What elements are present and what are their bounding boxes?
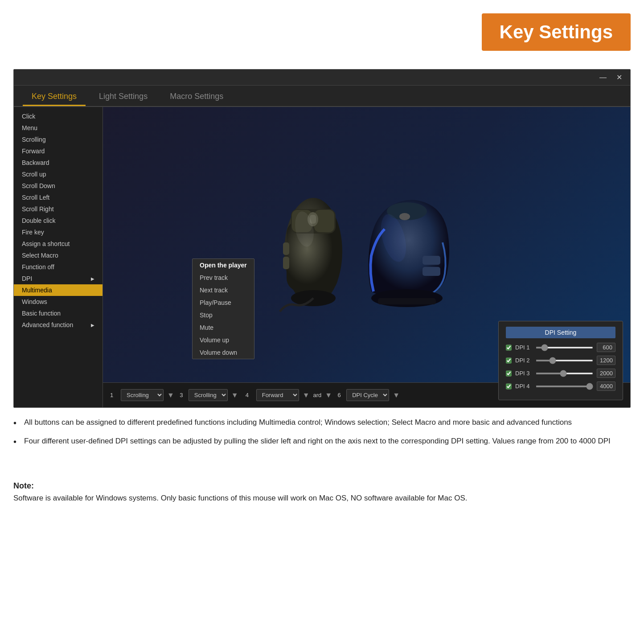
- menu-item-double-click[interactable]: Double click: [14, 215, 103, 226]
- note-title: Note:: [13, 481, 631, 491]
- mouse-right-image: [353, 185, 460, 314]
- submenu-volume-up[interactable]: Volume up: [193, 334, 254, 346]
- bullet-1: • All buttons can be assigned to differe…: [13, 417, 631, 429]
- row2-chevron-sub-icon: ▼: [325, 391, 332, 399]
- multimedia-submenu: Open the player Prev track Next track Pl…: [192, 258, 254, 359]
- row1-select2[interactable]: Scrolling Click Menu: [189, 389, 228, 401]
- svg-point-12: [399, 213, 410, 220]
- menu-item-scroll-down[interactable]: Scroll Down: [14, 180, 103, 192]
- dpi1-label: DPI 1: [515, 344, 532, 351]
- submenu-prev-track[interactable]: Prev track: [193, 271, 254, 284]
- tab-key-settings[interactable]: Key Settings: [23, 87, 86, 106]
- menu-item-menu[interactable]: Menu: [14, 122, 103, 134]
- dpi2-checkbox[interactable]: [506, 357, 512, 364]
- row1-chevron-icon: ▼: [167, 391, 174, 399]
- dpi4-value: 4000: [597, 381, 615, 391]
- menu-item-advanced-function[interactable]: Advanced function ▶: [14, 319, 103, 331]
- menu-item-fire-key[interactable]: Fire key: [14, 226, 103, 238]
- page-title: Key Settings: [500, 21, 613, 43]
- close-button[interactable]: ✕: [614, 72, 625, 82]
- menu-item-click[interactable]: Click: [14, 111, 103, 122]
- dpi2-label: DPI 2: [515, 357, 532, 364]
- main-area: Reset Apply Ok: [103, 107, 630, 407]
- svg-rect-13: [422, 256, 440, 265]
- advanced-arrow-icon: ▶: [91, 323, 94, 328]
- row2-chevron2-icon: ▼: [393, 391, 400, 399]
- mouse-left-image: [273, 185, 353, 314]
- app-window: — ✕ Key Settings Light Settings Macro Se…: [13, 69, 631, 408]
- menu-item-assign-shortcut[interactable]: Assign a shortcut: [14, 238, 103, 250]
- menu-item-select-macro[interactable]: Select Macro: [14, 250, 103, 261]
- bullet-text-2: Four different user-defined DPI settings…: [24, 435, 611, 447]
- title-bar-controls: — ✕: [597, 72, 625, 82]
- menu-item-scroll-left[interactable]: Scroll Left: [14, 192, 103, 203]
- bullet-dot-1: •: [13, 417, 24, 429]
- bullet-2: • Four different user-defined DPI settin…: [13, 435, 631, 448]
- dpi1-checkbox[interactable]: [506, 344, 512, 351]
- row2-chevron-icon: ▼: [303, 391, 310, 399]
- menu-item-scrolling[interactable]: Scrolling: [14, 134, 103, 145]
- submenu-volume-down[interactable]: Volume down: [193, 346, 254, 359]
- menu-item-forward[interactable]: Forward: [14, 145, 103, 157]
- control-row-2: 4 Forward Backward Click ▼ ard ▼ 6 DPI C…: [246, 389, 400, 401]
- dpi4-slider[interactable]: [536, 386, 593, 387]
- row2-label-ard: ard: [313, 392, 322, 398]
- dpi2-slider[interactable]: [536, 360, 593, 361]
- dpi1-slider[interactable]: [536, 347, 593, 349]
- dpi-row-2: DPI 2 1200: [506, 356, 615, 365]
- tab-macro-settings[interactable]: Macro Settings: [161, 87, 232, 106]
- dpi-arrow-icon: ▶: [91, 276, 94, 281]
- dpi3-checkbox[interactable]: [506, 370, 512, 377]
- menu-item-scroll-right[interactable]: Scroll Right: [14, 203, 103, 215]
- dpi2-value: 1200: [597, 356, 615, 365]
- bullets-section: • All buttons can be assigned to differe…: [13, 417, 631, 454]
- dpi1-value: 600: [597, 343, 615, 352]
- svg-rect-7: [283, 242, 289, 255]
- tab-bar: Key Settings Light Settings Macro Settin…: [14, 86, 630, 107]
- menu-item-function-off[interactable]: Function off: [14, 261, 103, 273]
- svg-rect-8: [283, 257, 289, 269]
- menu-item-backward[interactable]: Backward: [14, 157, 103, 168]
- tab-light-settings[interactable]: Light Settings: [90, 87, 156, 106]
- left-panel: Click Menu Scrolling Forward Backward Sc…: [14, 107, 103, 407]
- submenu-play-pause[interactable]: Play/Pause: [193, 296, 254, 309]
- dpi3-value: 2000: [597, 369, 615, 378]
- note-text: Software is available for Windows system…: [13, 492, 631, 504]
- dpi-panel: DPI Setting DPI 1 600 DPI 2 1200: [498, 321, 623, 400]
- content-area: Click Menu Scrolling Forward Backward Sc…: [14, 107, 630, 407]
- dpi3-slider[interactable]: [536, 373, 593, 374]
- submenu-open-player[interactable]: Open the player: [193, 259, 254, 271]
- minimize-button[interactable]: —: [597, 72, 609, 82]
- menu-item-scroll-up[interactable]: Scroll up: [14, 168, 103, 180]
- title-bar: — ✕: [14, 70, 630, 86]
- row1-num: 1: [110, 392, 117, 398]
- menu-item-windows[interactable]: Windows: [14, 296, 103, 308]
- dpi-row-4: DPI 4 4000: [506, 381, 615, 391]
- dpi4-label: DPI 4: [515, 383, 532, 390]
- row1-chevron2-icon: ▼: [231, 391, 238, 399]
- svg-rect-14: [422, 267, 440, 276]
- bullet-text-1: All buttons can be assigned to different…: [24, 417, 572, 428]
- row2-select1[interactable]: Forward Backward Click: [256, 389, 299, 401]
- header-banner: Key Settings: [482, 13, 631, 51]
- bullet-dot-2: •: [13, 435, 24, 448]
- dpi4-checkbox[interactable]: [506, 383, 512, 390]
- note-section: Note: Software is available for Windows …: [13, 481, 631, 504]
- row2-num: 4: [246, 392, 253, 398]
- menu-item-dpi[interactable]: DPI ▶: [14, 273, 103, 284]
- dpi3-label: DPI 3: [515, 370, 532, 377]
- menu-item-multimedia[interactable]: Multimedia: [14, 284, 103, 296]
- row1-select1[interactable]: Scrolling Click Menu Forward Backward: [121, 389, 164, 401]
- row2-num2: 6: [336, 392, 343, 398]
- bottom-controls: 1 Scrolling Click Menu Forward Backward …: [103, 382, 630, 407]
- row2-select2[interactable]: DPI Cycle Click Menu: [346, 389, 389, 401]
- submenu-mute[interactable]: Mute: [193, 321, 254, 334]
- submenu-stop[interactable]: Stop: [193, 309, 254, 321]
- dpi-row-3: DPI 3 2000: [506, 369, 615, 378]
- svg-rect-16: [378, 298, 436, 304]
- dpi-panel-title: DPI Setting: [506, 327, 615, 338]
- menu-item-basic-function[interactable]: Basic function: [14, 308, 103, 319]
- submenu-next-track[interactable]: Next track: [193, 284, 254, 296]
- dpi-row-1: DPI 1 600: [506, 343, 615, 352]
- control-row-1: 1 Scrolling Click Menu Forward Backward …: [110, 389, 238, 401]
